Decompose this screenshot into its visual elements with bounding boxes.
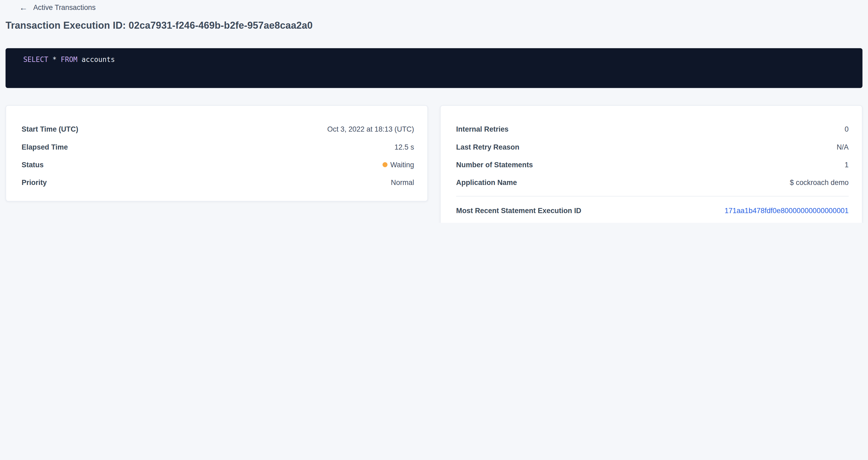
detail-row-priority: Priority Normal — [22, 173, 414, 191]
detail-row-number-of-statements: Number of Statements 1 — [456, 155, 849, 173]
detail-value: $ cockroach demo — [790, 178, 848, 186]
detail-row-session-id: Session ID 171aa122-c092-54b8-0000-00000… — [456, 219, 849, 223]
back-arrow-icon: ← — [19, 3, 28, 11]
statement-execution-id-link[interactable]: 171aa1b478fdf0e80000000000000001 — [724, 206, 849, 214]
summary-cards-row: Start Time (UTC) Oct 3, 2022 at 18:13 (U… — [6, 105, 863, 223]
transaction-details-page: ← Active Transactions Transaction Execut… — [0, 0, 868, 223]
detail-row-elapsed-time: Elapsed Time 12.5 s — [22, 138, 414, 155]
detail-value: 0 — [845, 125, 849, 133]
back-link[interactable]: ← Active Transactions — [19, 2, 862, 12]
sql-star: * — [48, 56, 61, 64]
detail-value: 12.5 s — [395, 143, 414, 151]
detail-row-status: Status Waiting — [22, 155, 414, 173]
detail-row-start-time: Start Time (UTC) Oct 3, 2022 at 18:13 (U… — [22, 120, 414, 138]
status-waiting-dot-icon — [382, 162, 388, 167]
detail-value: N/A — [837, 143, 849, 151]
sql-keyword-select: SELECT — [23, 56, 48, 64]
card-divider — [456, 196, 849, 196]
detail-label: Last Retry Reason — [456, 143, 520, 151]
detail-label: Elapsed Time — [22, 143, 68, 151]
back-link-label: Active Transactions — [33, 3, 96, 11]
status-text: Waiting — [390, 160, 414, 168]
detail-label: Priority — [22, 178, 47, 186]
detail-label: Status — [22, 160, 44, 168]
detail-label: Application Name — [456, 178, 517, 186]
transaction-meta-card: Internal Retries 0 Last Retry Reason N/A… — [440, 105, 863, 223]
page-container: ← Active Transactions Transaction Execut… — [0, 0, 868, 223]
detail-label: Number of Statements — [456, 160, 533, 168]
sql-keyword-from: FROM — [61, 56, 78, 64]
sql-statement-box: SELECT * FROM accounts — [6, 48, 863, 88]
detail-row-last-retry-reason: Last Retry Reason N/A — [456, 138, 849, 155]
detail-value: Oct 3, 2022 at 18:13 (UTC) — [327, 125, 414, 133]
detail-row-application-name: Application Name $ cockroach demo — [456, 173, 849, 191]
detail-label: Internal Retries — [456, 125, 508, 133]
detail-value: Normal — [391, 178, 414, 186]
transaction-timing-card: Start Time (UTC) Oct 3, 2022 at 18:13 (U… — [6, 105, 428, 201]
status-value: Waiting — [382, 160, 414, 168]
detail-row-internal-retries: Internal Retries 0 — [456, 120, 849, 138]
detail-row-statement-execution-id: Most Recent Statement Execution ID 171aa… — [456, 202, 849, 219]
page-title: Transaction Execution ID: 02ca7931-f246-… — [6, 20, 863, 31]
detail-label: Most Recent Statement Execution ID — [456, 206, 582, 214]
detail-label: Start Time (UTC) — [22, 125, 78, 133]
detail-value: 1 — [845, 160, 849, 168]
sql-table-name: accounts — [78, 56, 115, 64]
